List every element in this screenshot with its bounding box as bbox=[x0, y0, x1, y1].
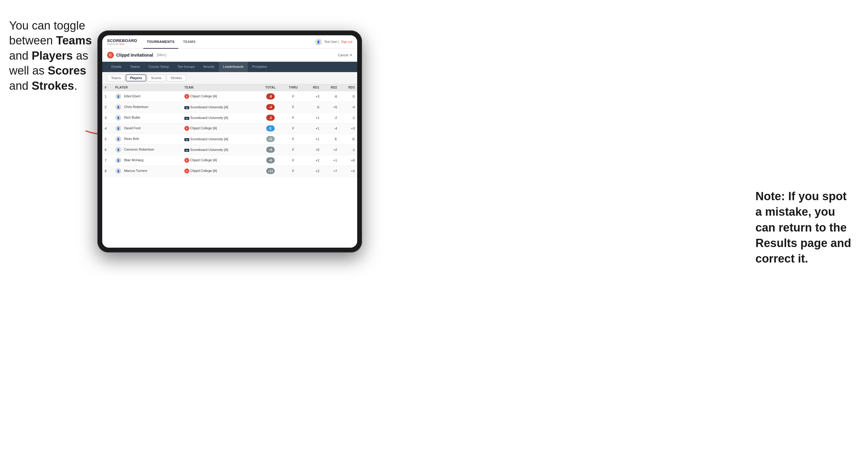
rd3-cell: -4 bbox=[340, 102, 357, 113]
team-name: Scoreboard University [A] bbox=[190, 116, 228, 120]
thru-cell: F bbox=[283, 91, 304, 102]
rd3-cell: E bbox=[340, 134, 357, 145]
left-annotation: You can toggle between Teams and Players… bbox=[9, 18, 94, 93]
score-badge: -2 bbox=[266, 115, 275, 121]
tab-details[interactable]: Details bbox=[107, 62, 126, 72]
rank-cell: 2 bbox=[102, 102, 113, 113]
player-name: Rich Butler bbox=[124, 116, 141, 119]
col-rank: # bbox=[102, 84, 113, 91]
table-row[interactable]: 7 👤 Blair McHarg C Clippd College [A] +6… bbox=[102, 155, 357, 166]
rd1-cell: +3 bbox=[304, 91, 321, 102]
rd3-cell: -5 bbox=[340, 91, 357, 102]
toggle-strokes[interactable]: Strokes bbox=[167, 74, 186, 81]
player-cell: 👤 Rich Butler bbox=[113, 113, 182, 123]
rank-cell: 4 bbox=[102, 123, 113, 134]
nav-teams[interactable]: TEAMS bbox=[180, 35, 199, 49]
rd3-cell: -1 bbox=[340, 113, 357, 123]
score-badge: +11 bbox=[266, 168, 275, 174]
rank-cell: 6 bbox=[102, 145, 113, 155]
tab-leaderboards[interactable]: Leaderboards bbox=[219, 62, 248, 72]
rd2-cell: +1 bbox=[322, 155, 340, 166]
player-avatar: 👤 bbox=[115, 157, 121, 163]
table-row[interactable]: 2 👤 Chris Robertson ▬ Scoreboard Univers… bbox=[102, 102, 357, 113]
thru-cell: F bbox=[283, 113, 304, 123]
toggle-teams[interactable]: Teams bbox=[107, 74, 125, 81]
table-row[interactable]: 4 👤 David Ford C Clippd College [A] E F … bbox=[102, 123, 357, 134]
player-avatar: 👤 bbox=[115, 104, 121, 110]
team-name: Clippd College [A] bbox=[190, 158, 217, 162]
sub-nav: Details Teams Course Setup Tee Groups Re… bbox=[102, 62, 357, 72]
player-cell: 👤 Elliot Ebert bbox=[113, 91, 182, 102]
rd1-cell: +1 bbox=[304, 113, 321, 123]
team-cell: ▬ Scoreboard University [A] bbox=[182, 145, 258, 155]
tournament-name: C Clippd Invitational (Men) bbox=[107, 52, 166, 58]
tablet-screen: SCOREBOARD Powered by clippd TOURNAMENTS… bbox=[102, 35, 357, 248]
nav-right: 👤 Test User | Sign out bbox=[315, 39, 352, 45]
player-avatar: 👤 bbox=[115, 115, 121, 121]
rd3-cell: -1 bbox=[340, 145, 357, 155]
player-name: Rees Britt bbox=[124, 137, 139, 141]
rank-cell: 8 bbox=[102, 166, 113, 177]
table-row[interactable]: 5 👤 Rees Britt ▬ Scoreboard University [… bbox=[102, 134, 357, 145]
team-name: Clippd College [A] bbox=[190, 94, 217, 98]
tournament-title: Clippd Invitational bbox=[116, 53, 153, 58]
rd2-cell: -4 bbox=[322, 123, 340, 134]
rd3-cell: +2 bbox=[340, 166, 357, 177]
rd1-cell: +5 bbox=[304, 145, 321, 155]
team-name: Scoreboard University [A] bbox=[190, 148, 228, 152]
rd2-cell: -2 bbox=[322, 113, 340, 123]
score-badge: -8 bbox=[266, 93, 275, 99]
total-cell: +11 bbox=[258, 166, 283, 177]
rd1-cell: +1 bbox=[304, 123, 321, 134]
tab-printables[interactable]: Printables bbox=[248, 62, 271, 72]
col-rd1: RD1 bbox=[304, 84, 321, 91]
player-avatar: 👤 bbox=[115, 93, 121, 99]
team-logo-icon: ▬ bbox=[184, 106, 189, 109]
toggle-scores[interactable]: Scores bbox=[147, 74, 165, 81]
tab-teams[interactable]: Teams bbox=[126, 62, 144, 72]
total-cell: -2 bbox=[258, 113, 283, 123]
col-total: TOTAL bbox=[258, 84, 283, 91]
tab-course-setup[interactable]: Course Setup bbox=[144, 62, 173, 72]
team-name: Clippd College [A] bbox=[190, 126, 217, 130]
logo-area: SCOREBOARD Powered by clippd bbox=[107, 39, 137, 45]
nav-tournaments[interactable]: TOURNAMENTS bbox=[143, 35, 178, 49]
rd1-cell: -5 bbox=[304, 102, 321, 113]
rd1-cell: +1 bbox=[304, 134, 321, 145]
team-cell: C Clippd College [A] bbox=[182, 166, 258, 177]
logo-text: SCOREBOARD bbox=[107, 39, 137, 42]
thru-cell: F bbox=[283, 166, 304, 177]
player-avatar: 👤 bbox=[115, 147, 121, 153]
nav-links: TOURNAMENTS TEAMS bbox=[143, 35, 315, 49]
player-cell: 👤 Chris Robertson bbox=[113, 102, 182, 113]
table-row[interactable]: 3 👤 Rich Butler ▬ Scoreboard University … bbox=[102, 113, 357, 123]
tab-tee-groups[interactable]: Tee Groups bbox=[173, 62, 199, 72]
sign-out-link[interactable]: Sign out bbox=[341, 40, 352, 43]
total-cell: +6 bbox=[258, 145, 283, 155]
player-cell: 👤 Cameron Robertson bbox=[113, 145, 182, 155]
cancel-button[interactable]: Cancel ✕ bbox=[338, 53, 352, 57]
logo-sub: Powered by clippd bbox=[107, 43, 137, 45]
player-cell: 👤 Rees Britt bbox=[113, 134, 182, 145]
total-cell: +6 bbox=[258, 155, 283, 166]
tournament-category: (Men) bbox=[157, 53, 166, 57]
player-cell: 👤 Marcus Turners bbox=[113, 166, 182, 177]
player-name: Marcus Turners bbox=[124, 169, 147, 173]
score-badge: +6 bbox=[266, 157, 275, 163]
col-thru: THRU bbox=[283, 84, 304, 91]
table-row[interactable]: 8 👤 Marcus Turners C Clippd College [A] … bbox=[102, 166, 357, 177]
right-annotation: Note: If you spot a mistake, you can ret… bbox=[755, 189, 859, 267]
table-row[interactable]: 1 👤 Elliot Ebert C Clippd College [A] -8… bbox=[102, 91, 357, 102]
player-name: Cameron Robertson bbox=[124, 148, 154, 151]
col-rd2: RD2 bbox=[322, 84, 340, 91]
player-cell: 👤 David Ford bbox=[113, 123, 182, 134]
thru-cell: F bbox=[283, 145, 304, 155]
team-logo-icon: ▬ bbox=[184, 138, 189, 141]
total-cell: -8 bbox=[258, 91, 283, 102]
table-row[interactable]: 6 👤 Cameron Robertson ▬ Scoreboard Unive… bbox=[102, 145, 357, 155]
tablet-device: SCOREBOARD Powered by clippd TOURNAMENTS… bbox=[97, 30, 362, 252]
team-logo-icon: C bbox=[184, 168, 189, 174]
player-name: Blair McHarg bbox=[124, 158, 144, 162]
toggle-players[interactable]: Players bbox=[126, 74, 146, 81]
tab-results[interactable]: Results bbox=[199, 62, 219, 72]
